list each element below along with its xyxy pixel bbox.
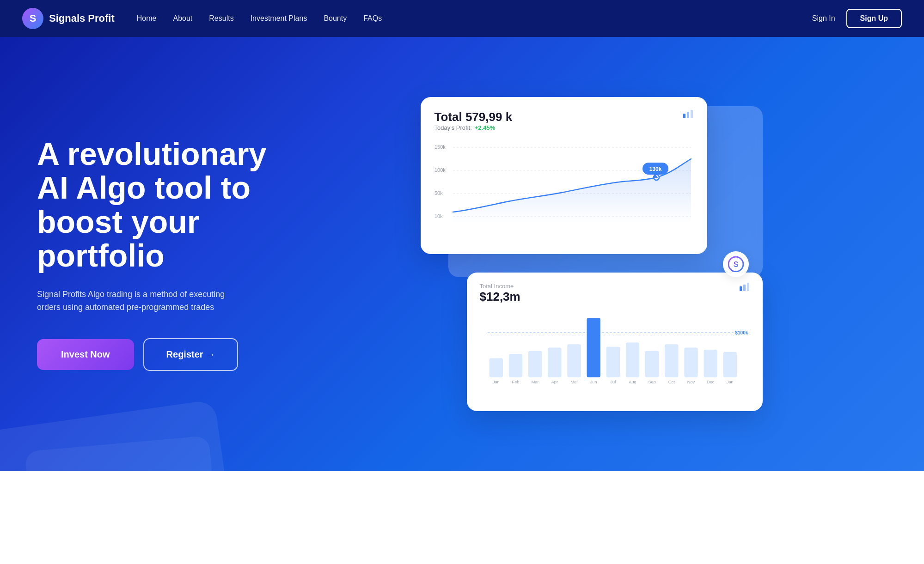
profit-label: Today's Profit: [434, 124, 472, 131]
income-info: Total Income $12,3m [480, 283, 520, 304]
svg-rect-40 [665, 344, 678, 377]
nav-right: Sign In Sign Up [812, 9, 902, 28]
svg-text:150k: 150k [434, 144, 446, 150]
line-chart-title: Total 579,99 k Today's Profit: +2.45% [434, 110, 513, 133]
hero-buttons: Invest Now Register → [37, 338, 296, 371]
svg-text:Nov: Nov [687, 380, 695, 384]
svg-rect-34 [606, 347, 619, 377]
svg-text:Feb: Feb [512, 380, 519, 384]
svg-text:Apr: Apr [551, 380, 557, 384]
svg-rect-0 [683, 114, 685, 118]
svg-text:$100k: $100k [735, 330, 748, 335]
brand-name: Signals Profit [49, 12, 115, 24]
logo[interactable]: S Signals Profit [22, 8, 115, 29]
svg-text:Jun: Jun [590, 380, 597, 384]
watermark-logo-svg: S [728, 256, 744, 272]
svg-text:10k: 10k [434, 213, 443, 219]
nav-results[interactable]: Results [209, 14, 233, 23]
profit-row: Today's Profit: +2.45% [434, 124, 513, 131]
nav-bounty[interactable]: Bounty [324, 14, 347, 23]
svg-text:Sep: Sep [648, 380, 655, 384]
signin-button[interactable]: Sign In [812, 14, 835, 23]
nav-about[interactable]: About [173, 14, 192, 23]
bar-chart-header: Total Income $12,3m [480, 283, 750, 304]
nav-faqs[interactable]: FAQs [363, 14, 382, 23]
svg-rect-36 [625, 343, 639, 377]
svg-rect-32 [587, 318, 600, 377]
svg-text:Jul: Jul [610, 380, 616, 384]
nav-home[interactable]: Home [137, 14, 157, 23]
line-chart-header: Total 579,99 k Today's Profit: +2.45% [434, 110, 693, 133]
svg-text:Jan: Jan [492, 380, 499, 384]
svg-text:S: S [733, 261, 738, 268]
svg-text:Oct: Oct [668, 380, 675, 384]
navbar: S Signals Profit Home About Results Inve… [0, 0, 924, 37]
svg-rect-18 [743, 285, 746, 291]
bar-chart-card: Total Income $12,3m $100 [467, 273, 763, 411]
svg-text:50k: 50k [434, 190, 443, 196]
signup-button[interactable]: Sign Up [846, 9, 902, 28]
register-button[interactable]: Register → [143, 338, 239, 371]
logo-watermark: S [723, 251, 749, 277]
charts-container: Total 579,99 k Today's Profit: +2.45% [421, 97, 763, 411]
svg-rect-19 [747, 283, 749, 291]
income-label: Total Income [480, 283, 520, 290]
profit-value: +2.45% [475, 124, 495, 131]
svg-text:100k: 100k [434, 167, 446, 173]
svg-rect-2 [691, 110, 693, 118]
hero-title: A revolutionary AI Algo tool to boost yo… [37, 137, 296, 273]
logo-letter: S [30, 12, 37, 24]
svg-rect-24 [508, 354, 522, 377]
svg-rect-22 [489, 358, 502, 377]
svg-rect-38 [645, 351, 659, 377]
svg-rect-26 [528, 351, 542, 377]
svg-rect-17 [740, 286, 742, 291]
nav-links: Home About Results Investment Plans Boun… [137, 14, 812, 23]
svg-text:Jan: Jan [726, 380, 733, 384]
svg-rect-44 [704, 350, 717, 377]
hero-left: A revolutionary AI Algo tool to boost yo… [37, 137, 296, 371]
svg-rect-1 [687, 112, 689, 118]
svg-rect-28 [548, 348, 561, 377]
svg-text:Mei: Mei [570, 380, 577, 384]
svg-text:Dec: Dec [707, 380, 715, 384]
svg-text:Aug: Aug [629, 380, 636, 384]
hero-section: A revolutionary AI Algo tool to boost yo… [0, 37, 924, 471]
svg-text:130k: 130k [649, 166, 661, 172]
bar-chart-icon [683, 110, 693, 121]
svg-rect-30 [567, 344, 581, 377]
hero-right: Total 579,99 k Today's Profit: +2.45% [296, 97, 887, 411]
line-chart-card: Total 579,99 k Today's Profit: +2.45% [421, 97, 707, 254]
invest-now-button[interactable]: Invest Now [37, 339, 134, 370]
bar-icon [740, 283, 750, 293]
logo-icon: S [22, 8, 43, 29]
line-chart-svg: 150k 100k 50k 10k [434, 136, 693, 237]
svg-text:Mar: Mar [531, 380, 538, 384]
nav-investment-plans[interactable]: Investment Plans [251, 14, 307, 23]
bar-chart-svg: $100k Jan Feb Mar Apr Mei [480, 309, 750, 386]
total-value: Total 579,99 k [434, 110, 513, 124]
income-value: $12,3m [480, 290, 520, 304]
hero-subtitle: Signal Profits Algo trading is a method … [37, 288, 240, 315]
svg-rect-46 [723, 352, 736, 377]
svg-rect-42 [684, 348, 698, 377]
